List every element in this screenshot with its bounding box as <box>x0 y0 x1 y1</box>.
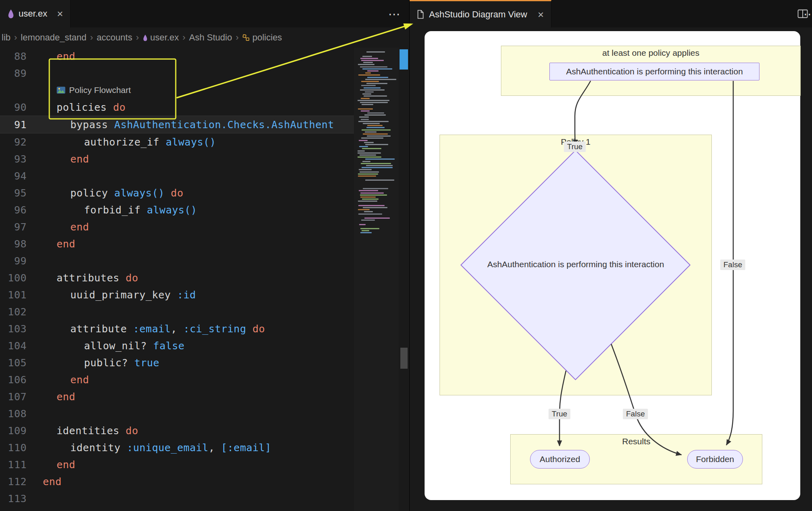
minimap-line <box>362 68 392 70</box>
line-number[interactable]: 95 <box>0 187 32 199</box>
line-number[interactable]: 88 <box>0 51 32 62</box>
code-line[interactable]: 105public? true <box>0 354 354 371</box>
code-editor[interactable]: 88end89Policy Flowchart90policies do91by… <box>0 48 409 511</box>
code-line[interactable]: 113 <box>0 490 354 507</box>
tab-close-icon[interactable]: × <box>538 9 544 20</box>
line-number[interactable]: 103 <box>0 323 32 335</box>
code-line[interactable]: 106end <box>0 371 354 388</box>
code-token: :id <box>177 289 196 301</box>
code-line[interactable]: 102 <box>0 303 354 320</box>
line-number[interactable]: 97 <box>0 221 32 233</box>
minimap-line <box>367 135 391 137</box>
code-token: :ci_string <box>183 323 246 335</box>
code-token: , <box>208 442 221 454</box>
code-line[interactable]: 107end <box>0 388 354 405</box>
code-line[interactable]: 97end <box>0 218 354 235</box>
minimap-line <box>364 211 373 212</box>
minimap-line <box>360 192 384 194</box>
line-number[interactable]: 92 <box>0 136 32 148</box>
code-line[interactable]: 94 <box>0 167 354 184</box>
minimap[interactable] <box>354 48 399 511</box>
code-line[interactable]: 92authorize_if always() <box>0 133 354 150</box>
editor-more-actions-icon[interactable]: ⋯ <box>388 7 400 21</box>
minimap-line <box>364 217 390 219</box>
tab-close-icon[interactable]: × <box>57 8 63 19</box>
line-number[interactable]: 106 <box>0 374 32 386</box>
tab-user-ex[interactable]: user.ex × <box>0 0 71 27</box>
line-number[interactable]: 109 <box>0 425 32 437</box>
code-line[interactable]: 101uuid_primary_key :id <box>0 286 354 303</box>
code-line[interactable]: 112end <box>0 473 354 490</box>
breadcrumb-item-ash-studio[interactable]: Ash Studio <box>189 32 232 43</box>
line-number[interactable]: 90 <box>0 101 32 113</box>
line-number[interactable]: 110 <box>0 442 32 454</box>
breadcrumb-item-policies[interactable]: policies <box>242 32 282 43</box>
line-number[interactable]: 98 <box>0 238 32 250</box>
code-line[interactable]: 98end <box>0 235 354 252</box>
code-line[interactable]: 90policies do <box>0 99 354 116</box>
line-number[interactable]: 100 <box>0 272 32 284</box>
code-line[interactable]: 89 <box>0 65 354 82</box>
diagram-surface: at least one policy applies AshAuthentic… <box>410 27 812 511</box>
breadcrumb-item-accounts[interactable]: accounts <box>97 32 132 43</box>
code-line[interactable]: 99 <box>0 252 354 269</box>
code-line[interactable]: 104allow_nil? false <box>0 337 354 354</box>
code-area[interactable]: 88end89Policy Flowchart90policies do91by… <box>0 48 354 511</box>
diagram-editor-group: AshStudio Diagram View × ⋯ at least one … <box>409 0 812 511</box>
code-token: uuid_primary_key <box>70 289 177 301</box>
code-line[interactable]: 111end <box>0 456 354 473</box>
code-line[interactable]: 103attribute :email, :ci_string do <box>0 320 354 337</box>
more-actions-icon[interactable]: ⋯ <box>804 0 812 27</box>
codelens-row[interactable]: Policy Flowchart <box>0 82 354 99</box>
breadcrumb-item-lemonade-stand[interactable]: lemonade_stand <box>21 32 86 43</box>
code-line[interactable]: 96forbid_if always() <box>0 201 354 218</box>
line-number[interactable]: 107 <box>0 391 32 403</box>
line-number[interactable]: 108 <box>0 408 32 420</box>
code-line[interactable]: 95policy always() do <box>0 184 354 201</box>
code-token: AshAuthentication.Checks.AshAuthent <box>114 119 334 131</box>
code-token: do <box>113 101 126 113</box>
line-number[interactable]: 96 <box>0 204 32 216</box>
diagram-canvas[interactable]: at least one policy applies AshAuthentic… <box>425 31 800 500</box>
minimap-line <box>363 207 387 208</box>
minimap-line <box>360 89 385 91</box>
line-number[interactable]: 91 <box>0 119 32 131</box>
breadcrumb-separator-icon: › <box>236 32 238 43</box>
minimap-line <box>358 213 382 215</box>
scrollbar-thumb[interactable] <box>400 348 408 369</box>
tab-ashstudio-diagram-view[interactable]: AshStudio Diagram View × <box>410 0 551 27</box>
breadcrumb-item-user-ex[interactable]: user.ex <box>143 32 179 43</box>
line-number[interactable]: 105 <box>0 357 32 369</box>
line-number[interactable]: 99 <box>0 255 32 267</box>
editor-scrollbar[interactable] <box>399 48 409 511</box>
codelens-label[interactable]: Policy Flowchart <box>69 85 131 95</box>
minimap-line <box>361 119 369 120</box>
code-line[interactable]: 100attributes do <box>0 269 354 286</box>
code-token: bypass <box>70 119 114 131</box>
code-token: end <box>70 374 89 386</box>
minimap-line <box>361 110 370 112</box>
code-token: forbid_if <box>84 204 147 216</box>
minimap-line <box>361 220 375 221</box>
line-number[interactable]: 104 <box>0 340 32 352</box>
minimap-line <box>359 140 368 141</box>
edge-label-false: False <box>623 409 648 419</box>
line-number[interactable]: 89 <box>0 68 32 79</box>
code-line[interactable]: 108 <box>0 405 354 422</box>
minimap-line <box>358 108 373 110</box>
line-number[interactable]: 111 <box>0 459 32 471</box>
code-line[interactable]: 88end <box>0 48 354 65</box>
node-entry: AshAuthentication is performing this int… <box>549 63 759 80</box>
line-number[interactable]: 94 <box>0 170 32 182</box>
code-line[interactable]: 93end <box>0 150 354 167</box>
code-line[interactable]: 91bypass AshAuthentication.Checks.AshAut… <box>0 116 354 133</box>
line-number[interactable]: 93 <box>0 153 32 165</box>
line-number[interactable]: 113 <box>0 493 32 505</box>
code-line[interactable]: 110identity :unique_email, [:email] <box>0 439 354 456</box>
code-token <box>246 323 252 335</box>
line-number[interactable]: 102 <box>0 306 32 318</box>
breadcrumb-item-lib[interactable]: lib <box>2 32 11 43</box>
code-line[interactable]: 109identities do <box>0 422 354 439</box>
line-number[interactable]: 101 <box>0 289 32 301</box>
line-number[interactable]: 112 <box>0 476 32 488</box>
